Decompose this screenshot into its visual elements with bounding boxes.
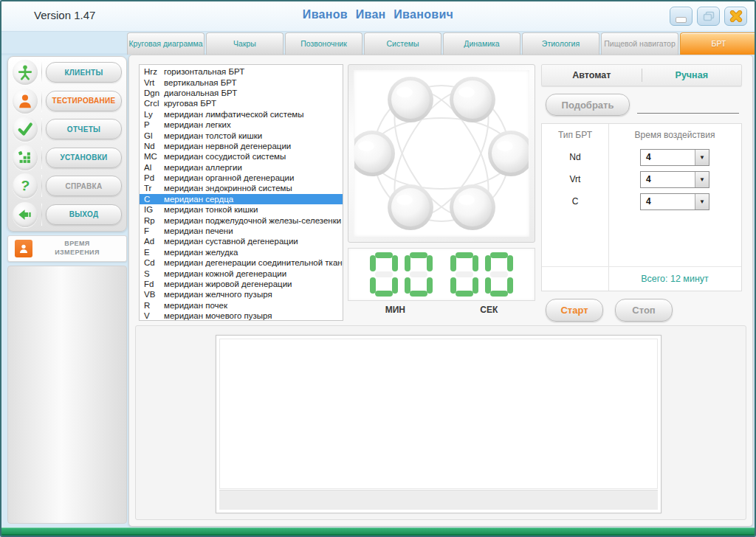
meridian-name: меридиан тонкой кишки [164,205,343,214]
meridian-code: VB [140,290,164,299]
svg-text:?: ? [20,178,31,194]
results-footer-strip [219,490,658,510]
stop-button[interactable]: Стоп [615,299,673,322]
therapy-rows: Nd4▼Vrt4▼C4▼ [542,146,741,212]
list-item[interactable]: MCмеридиан сосудистой системы [140,151,343,162]
help-button[interactable]: СПРАВКА [46,176,122,196]
chevron-down-icon[interactable]: ▼ [695,172,709,187]
list-item[interactable]: Dgnдиагональная БРТ [140,88,343,98]
tab-spine[interactable]: Позвоночник [285,32,362,55]
list-item[interactable]: Fмеридиан печени [140,226,343,236]
meridian-name: меридиан толстой кишки [164,131,343,140]
meridian-name: меридиан почек [164,301,343,310]
sidebar-item-settings: УСТАНОВКИ [8,144,126,173]
time-dropdown[interactable]: 4▼ [640,193,709,210]
diagram-frame [348,64,535,243]
title-bar: Version 1.47 Иванов Иван Иванович [1,1,755,32]
list-item[interactable]: Sмеридиан кожной дегенерации [140,268,343,278]
chevron-down-icon[interactable]: ▼ [695,150,709,165]
meridian-code: IG [140,205,164,214]
meridian-name: меридиан легких [164,120,343,129]
list-item[interactable]: Vмеридиан мочевого пузыря [140,311,343,321]
therapy-panel: Автомат Ручная Подобрать Тип БРТ Время в… [541,64,742,86]
list-item[interactable]: Lyмеридиан лимфатической системы [140,109,343,119]
close-button[interactable] [724,7,747,26]
list-item[interactable]: Cмеридиан сердца [140,194,343,204]
meridian-name: меридиан желчного пузыря [164,290,343,299]
meridian-name: горизонтальная БРТ [164,67,343,76]
minimize-button[interactable] [670,7,693,26]
clients-button[interactable]: КЛИЕНТЫ [46,62,122,83]
meridian-name: меридиан нервной дегенерации [164,142,343,150]
patient-name-title: Иванов Иван Иванович [1,8,755,21]
time-dropdown[interactable]: 4▼ [640,171,709,188]
list-item[interactable]: Pмеридиан легких [140,119,343,130]
sidebar-divider [41,147,42,169]
close-icon [729,10,743,22]
meridian-code: Dgn [140,89,164,97]
time-value: 4 [641,194,695,209]
meridian-name: меридиан эндокринной системы [164,184,343,193]
tab-brt[interactable]: БРТ [680,32,756,55]
meridian-name: круговая БРТ [164,99,343,108]
list-item[interactable]: Pdмеридиан органной дегенерации [140,173,343,183]
tab-label: Чакры [233,39,256,48]
tab-systems[interactable]: Системы [364,32,441,55]
question-icon: ? [13,173,38,198]
tab-circle-diagram[interactable]: Круговая диаграмма [127,32,205,55]
time-dropdown[interactable]: 4▼ [640,149,709,166]
meridian-name: меридиан жировой дегенерации [164,280,343,288]
list-item[interactable]: Cdмеридиан дегенерации соединительной тк… [140,257,343,268]
list-item[interactable]: Adмеридиан суставной дегенерации [140,236,343,246]
table-footer: Всего: 12 минут [542,266,741,291]
tab-label: Пищевой навигатор [604,39,676,48]
tab-chakras[interactable]: Чакры [206,32,284,55]
app-window: Version 1.47 Иванов Иван Иванович Кругов… [0,0,756,537]
measure-person-icon [15,240,32,257]
list-item[interactable]: Vrtвертикальная БРТ [140,77,343,87]
list-item[interactable]: Rpмеридиан поджелудочной железы-селезенк… [140,215,343,225]
chevron-down-icon[interactable]: ▼ [695,194,709,209]
meridian-name: меридиан желудка [164,248,343,257]
list-item[interactable]: Alмеридиан аллергии [140,162,343,173]
tab-etiology[interactable]: Этиология [522,32,599,55]
list-item[interactable]: Fdмеридиан жировой дегенерации [140,279,343,289]
list-item[interactable]: Trмеридиан эндокринной системы [140,183,343,193]
tab-food-navigator[interactable]: Пищевой навигатор [601,32,678,55]
list-item[interactable]: Glмеридиан толстой кишки [140,130,343,140]
meridian-code: Tr [140,184,164,193]
tab-label: БРТ [712,39,726,48]
total-time-label: Всего: 12 минут [608,267,741,291]
settings-button[interactable]: УСТАНОВКИ [46,148,122,168]
list-item[interactable]: IGмеридиан тонкой кишки [140,204,343,215]
list-item[interactable]: Crclкруговая БРТ [140,98,343,108]
tab-dynamics[interactable]: Динамика [443,32,520,55]
sidebar-divider [41,90,42,112]
start-button[interactable]: Старт [546,299,603,322]
meridian-code: F [140,226,164,235]
clients-person-icon [13,60,38,85]
clock-labels: МИН СЕК [348,305,535,315]
minutes-label: МИН [385,305,405,315]
module-tabs: Круговая диаграммаЧакрыПозвоночникСистем… [127,32,752,54]
pick-button[interactable]: Подобрать [546,94,630,116]
meridian-name: меридиан мочевого пузыря [164,311,343,320]
list-item[interactable]: VBмеридиан желчного пузыря [140,289,343,299]
list-item[interactable]: Hrzгоризонтальная БРТ [140,66,343,77]
list-item[interactable]: Eмеридиан желудка [140,247,343,257]
meridian-name: меридиан сердца [164,195,343,204]
maximize-icon [703,11,715,21]
list-item[interactable]: Rмеридиан почек [140,300,343,311]
maximize-button[interactable] [697,7,720,26]
testing-button[interactable]: ТЕСТИРОВАНИЕ [46,91,122,111]
mode-manual-tab[interactable]: Ручная [642,70,742,80]
tab-label: Круговая диаграмма [128,39,202,48]
measure-time-box[interactable]: ВРЕМЯ ИЗМЕРЕНИЯ [7,235,127,262]
exit-button[interactable]: ВЫХОД [46,204,122,225]
list-item[interactable]: Ndмеридиан нервной дегенерации [140,141,343,151]
reports-button[interactable]: ОТЧЕТЫ [46,119,122,139]
meridian-code: Ad [140,237,164,246]
mode-auto-tab[interactable]: Автомат [542,70,642,80]
countdown-clock [348,248,535,301]
time-column-header: Время воздействия [608,130,741,140]
